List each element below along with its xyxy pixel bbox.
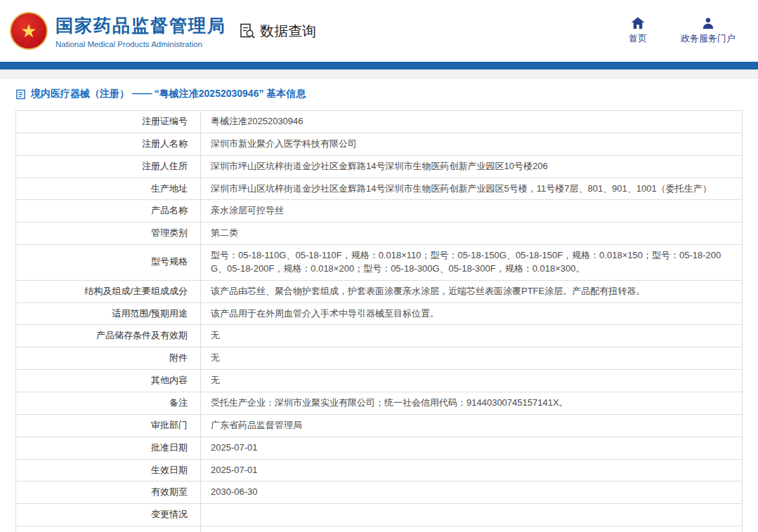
row-label: 有效期至 — [16, 481, 201, 504]
row-label: 其他内容 — [16, 370, 201, 392]
row-value: 型号：05-18-110G、05-18-110F，规格：0.018×110；型号… — [201, 245, 743, 281]
site-header: ★ 国家药品监督管理局 National Medical Products Ad… — [0, 0, 758, 62]
home-icon — [631, 17, 645, 29]
org-name-en: National Medical Products Administration — [55, 40, 226, 48]
table-row: 产品储存条件及有效期 无 — [16, 325, 743, 347]
table-row: 注册人住所 深圳市坪山区坑梓街道金沙社区金辉路14号深圳市生物医药创新产业园区1… — [16, 155, 743, 178]
table-row: 审批部门 广东省药品监督管理局 — [16, 414, 743, 437]
row-label: 管理类别 — [16, 222, 201, 245]
row-label: 批准日期 — [16, 437, 201, 459]
nav-data-query[interactable]: 数据查询 — [239, 22, 316, 41]
row-label: 附件 — [16, 347, 201, 370]
row-label: 适用范围/预期用途 — [16, 302, 201, 325]
detail-link[interactable]: 详情 — [201, 526, 743, 532]
table-row: 产品名称 亲水涂层可控导丝 — [16, 200, 743, 222]
table-row: 生效日期 2025-07-01 — [16, 459, 743, 481]
user-icon — [702, 17, 714, 29]
national-emblem-icon: ★ — [10, 12, 48, 50]
row-label: 注册人名称 — [16, 133, 201, 155]
data-query-label: 数据查询 — [260, 22, 316, 41]
nav-home-label: 首页 — [629, 32, 647, 45]
row-value: 第二类 — [201, 222, 743, 245]
table-row: 适用范围/预期用途 该产品用于在外周血管介入手术中导引器械至目标位置。 — [16, 302, 743, 325]
table-row: 型号规格 型号：05-18-110G、05-18-110F，规格：0.018×1… — [16, 245, 743, 281]
data-query-icon — [239, 22, 256, 39]
header-logo[interactable]: ★ 国家药品监督管理局 National Medical Products Ad… — [10, 12, 226, 50]
row-value: 2030-06-30 — [201, 481, 743, 504]
info-table-body: 注册证编号 粤械注准20252030946 注册人名称 深圳市新业聚介入医学科技… — [16, 111, 743, 532]
header-nav: 首页 政务服务门户 — [629, 17, 738, 45]
nav-portal-label: 政务服务门户 — [681, 32, 736, 45]
row-label: 结构及组成/主要组成成分 — [16, 280, 201, 302]
table-row: 批准日期 2025-07-01 — [16, 437, 743, 459]
row-label: 产品储存条件及有效期 — [16, 325, 201, 347]
row-value: 无 — [201, 325, 743, 347]
table-row: ●注 详情 — [16, 526, 743, 532]
row-label: 备注 — [16, 392, 201, 414]
document-icon — [15, 89, 26, 100]
table-row: 备注 受托生产企业：深圳市业聚实业有限公司；统一社会信用代码：914403007… — [16, 392, 743, 414]
table-row: 变更情况 — [16, 504, 743, 526]
registration-info-table: 注册证编号 粤械注准20252030946 注册人名称 深圳市新业聚介入医学科技… — [15, 110, 743, 532]
org-title-block: 国家药品监督管理局 National Medical Products Admi… — [55, 14, 226, 48]
row-label: 变更情况 — [16, 504, 201, 526]
row-value: 亲水涂层可控导丝 — [201, 200, 743, 222]
table-row: 生产地址 深圳市坪山区坑梓街道金沙社区金辉路14号深圳市生物医药创新产业园区5号… — [16, 178, 743, 200]
table-row: 其他内容 无 — [16, 370, 743, 392]
row-value: 深圳市坪山区坑梓街道金沙社区金辉路14号深圳市生物医药创新产业园区5号楼，11号… — [201, 178, 743, 200]
row-value: 粤械注准20252030946 — [201, 111, 743, 133]
row-label: ●注 — [16, 526, 201, 532]
row-label: 生产地址 — [16, 178, 201, 200]
sub-header-band — [0, 69, 758, 79]
row-value: 无 — [201, 370, 743, 392]
row-value: 该产品由芯丝、聚合物护套组成，护套表面涂覆亲水涂层，近端芯丝表面涂覆PTFE涂层… — [201, 280, 743, 302]
breadcrumb-text: 境内医疗器械（注册） —— “粤械注准20252030946” 基本信息 — [31, 88, 306, 100]
row-value: 广东省药品监督管理局 — [201, 414, 743, 437]
header-divider-bar — [0, 62, 758, 69]
row-value: 无 — [201, 347, 743, 370]
table-row: 附件 无 — [16, 347, 743, 370]
row-label: 产品名称 — [16, 200, 201, 222]
org-name-cn: 国家药品监督管理局 — [55, 14, 226, 37]
row-value: 2025-07-01 — [201, 459, 743, 481]
table-row: 结构及组成/主要组成成分 该产品由芯丝、聚合物护套组成，护套表面涂覆亲水涂层，近… — [16, 280, 743, 302]
row-value: 该产品用于在外周血管介入手术中导引器械至目标位置。 — [201, 302, 743, 325]
breadcrumb: 境内医疗器械（注册） —— “粤械注准20252030946” 基本信息 — [0, 79, 758, 109]
row-value: 深圳市坪山区坑梓街道金沙社区金辉路14号深圳市生物医药创新产业园区10号楼206 — [201, 155, 743, 178]
registration-info-panel: 注册证编号 粤械注准20252030946 注册人名称 深圳市新业聚介入医学科技… — [0, 109, 758, 532]
row-value: 2025-07-01 — [201, 437, 743, 459]
row-label: 注册人住所 — [16, 155, 201, 178]
nav-home[interactable]: 首页 — [629, 17, 647, 45]
table-row: 注册人名称 深圳市新业聚介入医学科技有限公司 — [16, 133, 743, 155]
row-label: 生效日期 — [16, 459, 201, 481]
table-row: 注册证编号 粤械注准20252030946 — [16, 111, 743, 133]
table-row: 管理类别 第二类 — [16, 222, 743, 245]
row-value: 深圳市新业聚介入医学科技有限公司 — [201, 133, 743, 155]
row-label: 审批部门 — [16, 414, 201, 437]
row-label: 型号规格 — [16, 245, 201, 281]
row-value: 受托生产企业：深圳市业聚实业有限公司；统一社会信用代码：914403007451… — [201, 392, 743, 414]
nav-portal[interactable]: 政务服务门户 — [681, 17, 736, 45]
table-row: 有效期至 2030-06-30 — [16, 481, 743, 504]
row-value — [201, 504, 743, 526]
row-label: 注册证编号 — [16, 111, 201, 133]
